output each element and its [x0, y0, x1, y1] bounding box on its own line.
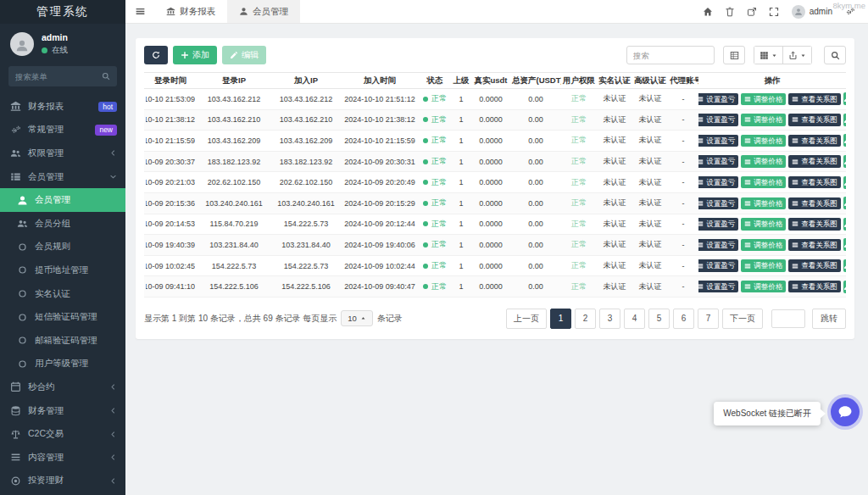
sidebar-item-3[interactable]: 会员管理	[0, 165, 125, 189]
table-row[interactable]: 2024-10-09 20:30:37183.182.123.92183.182…	[144, 151, 846, 172]
refresh-page-button[interactable]	[741, 7, 763, 17]
page-button-5[interactable]: 5	[648, 309, 670, 329]
sidebar-item-14[interactable]: C2C交易	[0, 422, 125, 446]
sidebar-item-6[interactable]: 会员规则	[0, 236, 125, 259]
table-row[interactable]: 2024-10-09 19:40:39103.231.84.40103.231.…	[144, 235, 846, 256]
export-dropdown-button[interactable]	[783, 46, 812, 64]
adjust-price-button[interactable]: 调整价格	[741, 93, 786, 106]
clear-cache-button[interactable]	[719, 7, 741, 17]
adjust-price-button[interactable]: 调整价格	[741, 176, 786, 189]
toggle-view-button[interactable]	[723, 46, 745, 64]
table-row[interactable]: 2024-10-10 21:53:09103.43.162.212103.43.…	[144, 89, 846, 110]
table-row[interactable]: 2024-10-09 10:02:45154.222.5.73154.222.5…	[144, 255, 846, 276]
view-relation-button[interactable]: 查看关系图	[788, 135, 841, 147]
sidebar-item-13[interactable]: 财务管理	[0, 399, 125, 423]
adjust-price-button[interactable]: 调整价格	[741, 197, 786, 210]
table-row[interactable]: 2024-10-09 20:14:53115.84.70.219154.222.…	[144, 214, 846, 235]
sidebar-item-12[interactable]: 秒合约	[0, 375, 125, 399]
adjust-price-button[interactable]: 调整价格	[741, 135, 786, 147]
edit-button[interactable]: 编辑	[222, 46, 266, 64]
table-search-input[interactable]	[626, 46, 715, 64]
table-row[interactable]: 2024-10-10 21:38:12103.43.162.210103.43.…	[144, 109, 846, 131]
edit-row-button[interactable]	[843, 259, 846, 272]
edit-row-button[interactable]	[843, 176, 846, 189]
adjust-price-button[interactable]: 调整价格	[741, 259, 786, 272]
set-pl-button[interactable]: 设置盈亏	[698, 239, 738, 252]
edit-row-button[interactable]	[843, 197, 846, 209]
view-relation-button[interactable]: 查看关系图	[788, 155, 841, 168]
view-relation-button[interactable]: 查看关系图	[788, 114, 841, 126]
page-button-2[interactable]: 2	[575, 309, 596, 329]
page-button-6[interactable]: 6	[673, 309, 694, 329]
set-pl-button[interactable]: 设置盈亏	[698, 93, 738, 106]
view-relation-button[interactable]: 查看关系图	[788, 281, 841, 293]
prev-page-button[interactable]: 上一页	[506, 309, 547, 329]
sidebar-item-0[interactable]: 财务报表hot	[0, 95, 125, 119]
sidebar-search-input[interactable]	[15, 72, 102, 81]
view-relation-button[interactable]: 查看关系图	[788, 93, 841, 106]
edit-row-button[interactable]	[843, 92, 846, 105]
sidebar-search[interactable]	[8, 66, 117, 86]
table-row[interactable]: 2024-10-10 21:15:59103.43.162.209103.43.…	[144, 131, 846, 152]
tab-finance-report[interactable]: 财务报表	[154, 0, 227, 23]
topbar-avatar[interactable]	[792, 5, 805, 19]
topbar-username[interactable]: admin	[810, 7, 832, 16]
sidebar-toggle-button[interactable]	[125, 0, 154, 23]
set-pl-button[interactable]: 设置盈亏	[698, 218, 738, 231]
avatar[interactable]	[10, 32, 34, 56]
adjust-price-button[interactable]: 调整价格	[741, 218, 786, 231]
adjust-price-button[interactable]: 调整价格	[741, 281, 786, 293]
page-button-4[interactable]: 4	[624, 309, 645, 329]
sidebar-item-10[interactable]: 邮箱验证码管理	[0, 329, 125, 353]
chat-button[interactable]	[831, 398, 860, 426]
page-button-3[interactable]: 3	[599, 309, 620, 329]
view-relation-button[interactable]: 查看关系图	[788, 218, 841, 231]
adjust-price-button[interactable]: 调整价格	[741, 239, 786, 252]
table-row[interactable]: 2024-10-09 20:15:36103.240.240.161103.24…	[144, 192, 846, 214]
page-size-select[interactable]: 10	[341, 310, 373, 326]
view-relation-button[interactable]: 查看关系图	[788, 197, 841, 210]
edit-row-button[interactable]	[843, 114, 846, 126]
sidebar-item-16[interactable]: 投资理财	[0, 470, 125, 493]
fullscreen-button[interactable]	[763, 7, 785, 17]
sidebar-item-8[interactable]: 实名认证	[0, 282, 125, 306]
set-pl-button[interactable]: 设置盈亏	[698, 281, 738, 293]
adjust-price-button[interactable]: 调整价格	[741, 155, 786, 168]
refresh-button[interactable]	[144, 46, 168, 64]
set-pl-button[interactable]: 设置盈亏	[698, 259, 738, 272]
sidebar-item-9[interactable]: 短信验证码管理	[0, 305, 125, 329]
view-relation-button[interactable]: 查看关系图	[788, 176, 841, 189]
sidebar-item-2[interactable]: 权限管理	[0, 142, 125, 165]
set-pl-button[interactable]: 设置盈亏	[698, 176, 738, 189]
jump-button[interactable]: 跳转	[812, 309, 846, 329]
edit-row-button[interactable]	[843, 238, 846, 251]
search-button[interactable]	[824, 46, 846, 64]
sidebar-item-5[interactable]: 会员分组	[0, 212, 125, 236]
view-relation-button[interactable]: 查看关系图	[788, 239, 841, 252]
adjust-price-button[interactable]: 调整价格	[741, 114, 786, 126]
sidebar-item-7[interactable]: 提币地址管理	[0, 259, 125, 282]
set-pl-button[interactable]: 设置盈亏	[698, 155, 738, 168]
home-button[interactable]	[697, 7, 719, 17]
edit-row-button[interactable]	[843, 218, 846, 231]
sidebar-item-15[interactable]: 内容管理	[0, 446, 125, 470]
jump-page-input[interactable]	[771, 309, 805, 328]
sidebar-item-11[interactable]: 用户等级管理	[0, 353, 125, 376]
edit-row-button[interactable]	[843, 155, 846, 168]
sidebar-item-4[interactable]: 会员管理	[0, 188, 125, 212]
columns-dropdown-button[interactable]	[754, 46, 783, 64]
page-button-7[interactable]: 7	[698, 309, 719, 329]
view-relation-button[interactable]: 查看关系图	[788, 259, 841, 272]
table-row[interactable]: 2024-10-09 09:41:10154.222.5.106154.222.…	[144, 276, 846, 298]
add-button[interactable]: 添加	[173, 46, 217, 64]
sidebar-item-1[interactable]: 常规管理new	[0, 119, 125, 142]
page-button-1[interactable]: 1	[550, 309, 571, 329]
settings-button[interactable]	[839, 7, 861, 17]
next-page-button[interactable]: 下一页	[722, 309, 763, 329]
tab-member-management[interactable]: 会员管理	[227, 0, 300, 23]
set-pl-button[interactable]: 设置盈亏	[698, 114, 738, 126]
set-pl-button[interactable]: 设置盈亏	[698, 197, 738, 210]
set-pl-button[interactable]: 设置盈亏	[698, 135, 738, 147]
table-row[interactable]: 2024-10-09 20:21:03202.62.102.150202.62.…	[144, 172, 846, 193]
edit-row-button[interactable]	[843, 281, 846, 293]
